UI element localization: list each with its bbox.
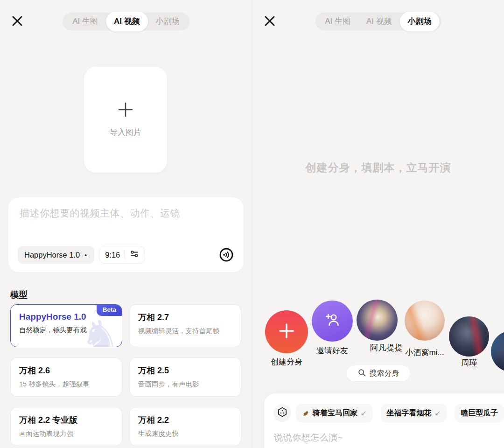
voice-wave-icon (218, 256, 234, 264)
chip-text: 嗑巨型瓜子 (461, 408, 498, 418)
model-name: 万相 2.5 (138, 365, 232, 376)
avatar-photo-zhoujin[interactable] (449, 316, 489, 357)
random-prompt-button[interactable] (273, 404, 291, 422)
model-desc: 生成速度更快 (138, 429, 232, 438)
search-icon (358, 369, 366, 378)
panel-mini-theater: AI 生图 AI 视频 小剧场 创建分身，填剧本，立马开演 创建分身 邀请好友 … (252, 0, 504, 448)
model-selector-dropdown[interactable]: HappyHorse 1.0 ▲ (18, 246, 94, 264)
aspect-ratio-value: 9:16 (105, 251, 120, 259)
prompt-placeholder: 描述你想要的视频主体、动作、运镜 (20, 207, 180, 220)
model-name: 万相 2.2 (138, 414, 232, 426)
tab-ai-image[interactable]: AI 生图 (317, 13, 358, 30)
import-image-card[interactable]: 导入图片 (84, 67, 167, 173)
tab-mini-theater[interactable]: 小剧场 (400, 12, 440, 31)
top-tabbar: AI 生图 AI 视频 小剧场 (63, 13, 189, 30)
suggestion-chip[interactable]: 坐福字看烟花 ↙ (381, 404, 447, 422)
close-button[interactable] (10, 15, 24, 29)
create-avatar-label: 创建分身 (256, 357, 317, 367)
search-avatar-button[interactable]: 搜索分身 (347, 365, 410, 381)
invite-friends-label: 邀请好友 (302, 345, 363, 356)
insert-arrow-icon: ↙ (435, 409, 441, 417)
model-card-wanxiang-25[interactable]: 万相 2.5 音画同步，有声电影 (129, 357, 241, 397)
model-desc: 画面运动表现力强 (19, 429, 113, 438)
script-composer-sheet: 骑着宝马回家 ↙ 坐福字看烟花 ↙ 嗑巨型瓜子 说说你想怎么演~ (264, 393, 504, 448)
suggestion-chip[interactable]: 骑着宝马回家 ↙ (296, 404, 373, 422)
sliders-icon (130, 249, 139, 260)
avatar-photo-xiaojiuwo[interactable] (405, 301, 445, 341)
plus-icon (118, 102, 133, 119)
suggestion-chip[interactable]: 嗑巨型瓜子 (455, 404, 504, 422)
avatar-photo-afanti[interactable] (357, 300, 398, 341)
search-avatar-label: 搜索分身 (370, 369, 399, 378)
panel-ai-video: AI 生图 AI 视频 小剧场 导入图片 描述你想要的视频主体、动作、运镜 Ha… (0, 0, 252, 448)
model-card-wanxiang-26[interactable]: 万相 2.6 15 秒多镜头，超强叙事 (10, 357, 122, 397)
model-desc: 视频编辑灵活，支持首尾帧 (138, 327, 232, 336)
script-input-placeholder[interactable]: 说说你想怎么演~ (274, 432, 343, 444)
dice-icon (277, 406, 288, 420)
model-name: 万相 2.2 专业版 (19, 414, 113, 426)
model-card-happyhorse[interactable]: Beta ♞ HappyHorse 1.0 自然稳定，镜头更有戏 (10, 304, 122, 347)
models-section-title: 模型 (10, 289, 28, 301)
model-name: 万相 2.6 (19, 365, 113, 376)
insert-arrow-icon: ↙ (361, 409, 367, 417)
avatar-label: 小酒窝mi... (394, 347, 455, 358)
chip-text: 坐福字看烟花 (387, 408, 432, 418)
caret-up-icon: ▲ (84, 252, 88, 257)
aspect-ratio-selector[interactable]: 9:16 (99, 246, 145, 264)
tab-ai-video[interactable]: AI 视频 (358, 13, 400, 30)
tab-mini-theater[interactable]: 小剧场 (148, 13, 188, 30)
close-icon (264, 15, 276, 29)
model-desc: 15 秒多镜头，超强叙事 (19, 380, 113, 389)
top-tabbar: AI 生图 AI 视频 小剧场 (315, 13, 441, 30)
plus-icon (278, 322, 295, 342)
empty-state-tagline: 创建分身，填剧本，立马开演 (252, 161, 504, 175)
divider (125, 251, 125, 259)
import-image-label: 导入图片 (110, 127, 141, 138)
model-selector-value: HappyHorse 1.0 (24, 251, 80, 259)
voice-wave-button[interactable] (218, 247, 234, 263)
tab-ai-image[interactable]: AI 生图 (64, 13, 106, 30)
person-add-icon (323, 311, 341, 331)
app-root: AI 生图 AI 视频 小剧场 导入图片 描述你想要的视频主体、动作、运镜 Ha… (0, 0, 504, 448)
prompt-controls: HappyHorse 1.0 ▲ 9:16 (18, 246, 234, 264)
chip-text: 骑着宝马回家 (313, 408, 357, 418)
close-button[interactable] (263, 15, 277, 29)
beta-badge: Beta (97, 304, 122, 316)
close-icon (11, 15, 23, 29)
model-name: 万相 2.7 (138, 312, 232, 323)
model-card-wanxiang-27[interactable]: 万相 2.7 视频编辑灵活，支持首尾帧 (129, 304, 241, 347)
invite-friends-button[interactable] (312, 301, 353, 342)
suggestion-chips: 骑着宝马回家 ↙ 坐福字看烟花 ↙ 嗑巨型瓜子 (296, 404, 504, 422)
model-card-wanxiang-22pro[interactable]: 万相 2.2 专业版 画面运动表现力强 (10, 407, 122, 446)
horse-emoji-icon (302, 408, 311, 418)
prompt-input-card[interactable]: 描述你想要的视频主体、动作、运镜 HappyHorse 1.0 ▲ 9:16 (8, 197, 244, 272)
tab-ai-video[interactable]: AI 视频 (106, 12, 148, 31)
model-desc: 音画同步，有声电影 (138, 380, 232, 389)
avatar-label: 周瑾 (439, 357, 499, 368)
model-grid: Beta ♞ HappyHorse 1.0 自然稳定，镜头更有戏 万相 2.7 … (10, 304, 241, 446)
model-card-wanxiang-22[interactable]: 万相 2.2 生成速度更快 (129, 407, 241, 446)
model-desc: 自然稳定，镜头更有戏 (19, 326, 113, 335)
